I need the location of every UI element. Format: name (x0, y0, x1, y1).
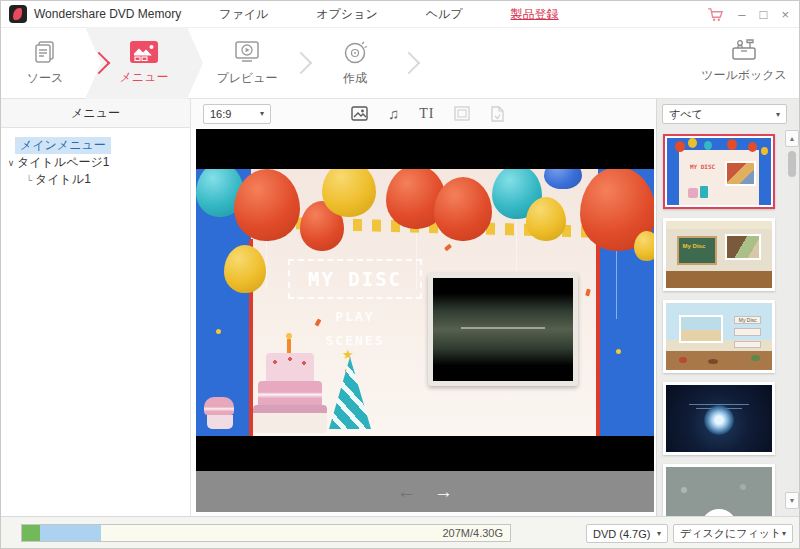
disc-title-frame: MY DISC (288, 259, 422, 299)
minimize-button[interactable]: – (738, 8, 745, 21)
step-source[interactable]: ソース (1, 39, 89, 87)
next-page-arrow[interactable]: → (434, 482, 453, 501)
step-bar: ソース メニュー プレビュー 作成 ツールボックス (1, 27, 800, 99)
step-preview[interactable]: プレビュー (203, 39, 291, 87)
background-music-icon[interactable]: ♫ (388, 106, 399, 121)
menu-image-icon (129, 40, 159, 64)
step-separator (398, 52, 421, 75)
fit-mode-select[interactable]: ディスクにフィット ▾ (673, 524, 793, 543)
preview-monitor-icon (233, 39, 261, 65)
play-button[interactable]: PLAY (288, 309, 422, 324)
confetti (616, 349, 621, 354)
template-list: MY DISC My Disc My Disc (663, 134, 779, 516)
preview-toolbar: 16:9 ▾ ♫ TI (191, 99, 656, 128)
tree-item-title-page[interactable]: タイトルページ1 (17, 154, 109, 171)
cupcake (204, 397, 236, 431)
video-thumbnail-tv[interactable] (428, 273, 578, 386)
cake-candle (287, 339, 291, 354)
video-title-blur (461, 327, 545, 329)
letterbox-top (196, 129, 654, 169)
download-template-button[interactable] (701, 509, 737, 516)
scenes-button[interactable]: SCENES (288, 333, 422, 348)
step-preview-label: プレビュー (216, 70, 277, 87)
balloon (322, 169, 376, 217)
status-bar: 207M/4.30G DVD (4.7G) ▾ ディスクにフィット ▾ (1, 516, 800, 549)
step-create[interactable]: 作成 (311, 39, 399, 87)
step-source-label: ソース (27, 70, 64, 87)
sidebar-header: メニュー (1, 99, 191, 128)
room-edge (596, 239, 600, 436)
add-text-icon[interactable]: TI (419, 107, 434, 121)
fit-mode-value: ディスクにフィット (680, 526, 781, 541)
titlebar-right: – □ × (707, 7, 800, 22)
frame-icon[interactable] (454, 106, 470, 121)
birthday-cake (253, 353, 327, 433)
balloon (434, 177, 492, 241)
hat-star: ★ (342, 347, 354, 362)
letterbox-bottom (196, 436, 654, 471)
thumb-disc-title: My Disc (683, 243, 706, 249)
toolbox-icon (729, 36, 759, 62)
menu-preview-area: MY DISC PLAY SCENES ★ (191, 128, 656, 516)
apply-template-icon[interactable] (490, 106, 505, 122)
tree-item-main-menu[interactable]: メインメニュー (15, 137, 111, 154)
aspect-ratio-value: 16:9 (210, 108, 231, 120)
title-bar: Wondershare DVD Memory ファイル オプション ヘルプ 製品… (1, 1, 800, 27)
maximize-button[interactable]: □ (760, 8, 768, 21)
app-logo-icon (9, 5, 27, 23)
app-title: Wondershare DVD Memory (34, 7, 181, 21)
prev-page-arrow[interactable]: ← (397, 482, 416, 501)
burn-disc-icon (342, 39, 368, 65)
chevron-down-icon: ▾ (782, 529, 786, 538)
source-files-icon (32, 39, 58, 65)
template-panel: すべて ▾ MY DISC (656, 99, 800, 516)
template-thumb-download[interactable] (663, 464, 775, 516)
toolbox-button[interactable]: ツールボックス (699, 36, 789, 84)
balloon (224, 245, 266, 293)
menu-file[interactable]: ファイル (195, 6, 292, 23)
party-hat: ★ (329, 357, 371, 429)
menu-bar: ファイル オプション ヘルプ 製品登録 (195, 6, 582, 23)
thumb-disc-title: MY DISC (690, 163, 715, 170)
thumb-disc-title: My Disc (735, 317, 761, 324)
balloon (634, 231, 654, 261)
menu-help[interactable]: ヘルプ (402, 6, 487, 23)
menu-structure-sidebar: メインメニュー ∨ タイトルページ1 └ タイトル1 (1, 128, 191, 516)
chevron-down-icon: ▾ (657, 529, 661, 538)
menu-preview-canvas[interactable]: MY DISC PLAY SCENES ★ (196, 129, 654, 512)
step-create-label: 作成 (343, 70, 367, 87)
capacity-progress-bar: 207M/4.30G (21, 524, 511, 542)
template-filter-select[interactable]: すべて ▾ (662, 104, 787, 124)
scroll-up-button[interactable]: ▲ (785, 130, 799, 147)
menu-options[interactable]: オプション (292, 6, 401, 23)
tree-expand-icon[interactable]: ∨ (5, 158, 17, 168)
toolbox-label: ツールボックス (701, 67, 787, 84)
cart-icon[interactable] (707, 7, 724, 22)
birthday-menu-scene: MY DISC PLAY SCENES ★ (196, 169, 654, 436)
template-thumb-beach[interactable]: My Disc (663, 300, 775, 373)
close-button[interactable]: × (781, 8, 789, 21)
scroll-down-button[interactable]: ▼ (785, 492, 799, 509)
aspect-ratio-select[interactable]: 16:9 ▾ (203, 104, 271, 124)
template-thumb-classroom[interactable]: My Disc (663, 218, 775, 291)
menu-register-product[interactable]: 製品登録 (487, 6, 583, 23)
app-window: Wondershare DVD Memory ファイル オプション ヘルプ 製品… (0, 0, 800, 549)
step-menu-label: メニュー (120, 69, 169, 86)
capacity-current-segment (40, 525, 101, 541)
tree-branch-icon: └ (23, 175, 35, 185)
balloon (234, 169, 300, 241)
disc-type-value: DVD (4.7G) (593, 528, 650, 540)
balloon-string (616, 239, 617, 319)
capacity-used-segment (22, 525, 40, 541)
template-filter-value: すべて (669, 107, 703, 122)
tree-item-title[interactable]: タイトル1 (35, 171, 91, 188)
chevron-down-icon: ▾ (776, 110, 780, 119)
disc-type-select[interactable]: DVD (4.7G) ▾ (586, 524, 668, 543)
template-thumb-space-disc[interactable] (663, 382, 775, 455)
disc-title-text: MY DISC (308, 268, 402, 290)
balloon (526, 197, 566, 241)
background-image-icon[interactable] (351, 106, 368, 121)
template-thumb-birthday[interactable]: MY DISC (663, 134, 775, 209)
preview-nav-bar: ← → (196, 471, 654, 512)
scrollbar-thumb[interactable] (788, 151, 796, 177)
